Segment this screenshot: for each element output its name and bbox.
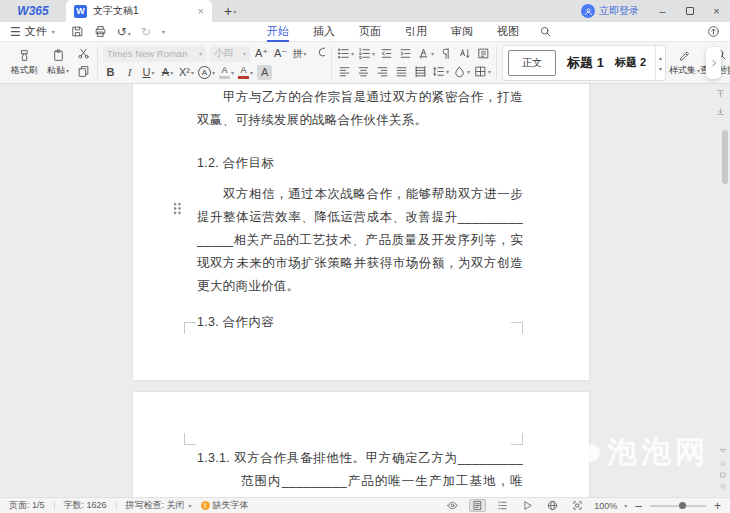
superscript-button[interactable]: X²▾ bbox=[179, 65, 194, 80]
missing-font-warning[interactable]: ! 缺失字体 bbox=[201, 499, 249, 512]
bold-button[interactable]: B bbox=[103, 65, 118, 80]
paste-button[interactable]: 粘贴▾ bbox=[41, 43, 75, 83]
app-logo[interactable]: W365 bbox=[0, 4, 66, 18]
file-menu-button[interactable]: ☰ 文件 ▾ bbox=[10, 24, 55, 39]
font-color-glyph: A bbox=[241, 66, 247, 75]
redo-icon[interactable]: ↻ bbox=[141, 26, 151, 38]
align-center-button[interactable] bbox=[356, 64, 371, 79]
tab-page[interactable]: 页面 bbox=[347, 22, 393, 42]
text-direction-button[interactable]: ▾ bbox=[417, 46, 434, 61]
styles-spinner-down-icon[interactable]: ▾ bbox=[659, 65, 662, 72]
word-count[interactable]: 字数: 1626 bbox=[64, 499, 107, 512]
document-page-1[interactable]: 甲方与乙方的合作宗旨是通过双方的紧密合作，打造双赢、可持续发展的战略合作伙伴关系… bbox=[133, 84, 589, 380]
copy-icon[interactable] bbox=[77, 65, 90, 78]
style-heading2[interactable]: 标题 2 bbox=[615, 55, 646, 70]
paragraph-drag-handle[interactable] bbox=[173, 202, 182, 215]
increase-indent-button[interactable] bbox=[398, 46, 413, 61]
tab-list-chevron-icon[interactable]: ▾ bbox=[233, 8, 236, 15]
tab-home[interactable]: 开始 bbox=[255, 22, 301, 42]
bullet-list-icon bbox=[337, 47, 350, 60]
underline-button[interactable]: U▾ bbox=[141, 65, 156, 80]
login-button[interactable]: 立即登录 bbox=[581, 4, 639, 18]
outline-view-button[interactable] bbox=[494, 499, 511, 512]
scroll-down-icon[interactable] bbox=[719, 447, 727, 455]
ribbon-expand-button[interactable] bbox=[706, 47, 721, 79]
clear-format-button[interactable] bbox=[311, 46, 326, 61]
save-icon[interactable] bbox=[71, 25, 84, 38]
browse-object-icon[interactable] bbox=[719, 471, 727, 479]
cut-copy-column bbox=[77, 47, 90, 78]
sort-button[interactable] bbox=[457, 46, 472, 61]
previous-page-icon[interactable] bbox=[719, 459, 727, 467]
fit-page-button[interactable] bbox=[569, 499, 586, 512]
zoom-level-dropdown[interactable]: 100%▾ bbox=[594, 501, 627, 511]
zoom-slider-knob[interactable] bbox=[679, 502, 686, 509]
close-window-button[interactable]: × bbox=[703, 0, 730, 22]
justify-button[interactable] bbox=[394, 64, 409, 79]
text-tools-button[interactable] bbox=[476, 46, 491, 61]
next-page-icon[interactable] bbox=[719, 483, 727, 491]
spellcheck-status[interactable]: 拼写检查: 关闭▾ bbox=[126, 499, 192, 512]
bold-glyph: B bbox=[107, 66, 115, 78]
style-normal[interactable]: 正文 bbox=[508, 50, 556, 76]
new-tab-button[interactable]: + bbox=[224, 3, 232, 19]
font-color-button[interactable]: A▾ bbox=[238, 65, 253, 80]
maximize-button[interactable] bbox=[676, 0, 703, 22]
enclose-character-button[interactable]: A▾ bbox=[198, 65, 215, 80]
style-heading1[interactable]: 标题 1 bbox=[567, 54, 604, 72]
phonetic-guide-button[interactable]: 拼▾ bbox=[292, 46, 307, 61]
print-icon[interactable] bbox=[94, 25, 107, 38]
document-tab[interactable]: W 文字文稿1 × bbox=[66, 0, 212, 22]
shrink-font-button[interactable]: A⁻ bbox=[273, 46, 288, 61]
vertical-scrollbar-thumb[interactable] bbox=[722, 130, 728, 184]
quick-access-more-icon[interactable]: ▾ bbox=[162, 28, 165, 35]
numbered-list-button[interactable]: ▾ bbox=[358, 46, 375, 61]
strikethrough-button[interactable]: A▾ bbox=[160, 65, 175, 80]
font-size-select[interactable]: 小四 ▾ bbox=[210, 46, 250, 62]
align-right-button[interactable] bbox=[375, 64, 390, 79]
text-highlight-button[interactable]: A▾ bbox=[219, 65, 234, 80]
format-painter-button[interactable]: 格式刷 bbox=[7, 43, 41, 83]
margin-corner-mark bbox=[511, 433, 523, 445]
bullet-list-button[interactable]: ▾ bbox=[337, 46, 354, 61]
character-shading-button[interactable]: A bbox=[257, 65, 272, 80]
line-spacing-button[interactable]: ▾ bbox=[432, 64, 449, 79]
style-set-button[interactable]: 样式集▾ bbox=[669, 48, 700, 77]
scroll-to-bottom-icon[interactable] bbox=[716, 107, 725, 116]
grow-font-button[interactable]: A⁺ bbox=[254, 46, 269, 61]
eye-protect-button[interactable] bbox=[444, 499, 461, 512]
font-name-select[interactable]: Times New Roman ▾ bbox=[103, 46, 206, 62]
borders-button[interactable]: ▾ bbox=[474, 64, 491, 79]
shading-chevron-icon: ▾ bbox=[467, 68, 470, 75]
undo-button[interactable]: ↺▾ bbox=[117, 25, 131, 39]
shading-button[interactable]: ▾ bbox=[453, 64, 470, 79]
page-indicator[interactable]: 页面: 1/5 bbox=[9, 499, 45, 512]
fullscreen-play-button[interactable] bbox=[519, 499, 536, 512]
align-left-button[interactable] bbox=[337, 64, 352, 79]
avatar-icon bbox=[581, 4, 595, 18]
zoom-out-button[interactable]: – bbox=[635, 499, 642, 513]
styles-spinner-up-icon[interactable]: ▴ bbox=[659, 54, 662, 61]
tab-review[interactable]: 审阅 bbox=[439, 22, 485, 42]
undo-chevron-icon[interactable]: ▾ bbox=[128, 31, 131, 37]
minimize-button[interactable]: – bbox=[649, 0, 676, 22]
web-layout-button[interactable] bbox=[544, 499, 561, 512]
italic-button[interactable]: I bbox=[122, 65, 137, 80]
format-painter-icon bbox=[18, 49, 31, 62]
distribute-button[interactable] bbox=[413, 64, 428, 79]
tab-reference[interactable]: 引用 bbox=[393, 22, 439, 42]
search-button[interactable] bbox=[539, 25, 552, 38]
cut-icon[interactable] bbox=[77, 47, 90, 60]
tab-close-icon[interactable]: × bbox=[198, 5, 204, 17]
decrease-indent-button[interactable] bbox=[379, 46, 394, 61]
show-paragraph-marks-button[interactable] bbox=[438, 46, 453, 61]
document-canvas[interactable]: 甲方与乙方的合作宗旨是通过双方的紧密合作，打造双赢、可持续发展的战略合作伙伴关系… bbox=[0, 84, 730, 497]
tab-view[interactable]: 视图 bbox=[485, 22, 531, 42]
document-page-2[interactable]: 1.3.1. 双方合作具备排他性。甲方确定乙方为_________范围内____… bbox=[133, 392, 589, 497]
share-upload-button[interactable] bbox=[707, 25, 720, 38]
scroll-to-top-icon[interactable] bbox=[716, 89, 725, 98]
zoom-in-button[interactable]: + bbox=[714, 499, 721, 513]
page-view-button[interactable] bbox=[469, 499, 486, 512]
tab-insert[interactable]: 插入 bbox=[301, 22, 347, 42]
zoom-slider[interactable] bbox=[650, 505, 706, 507]
